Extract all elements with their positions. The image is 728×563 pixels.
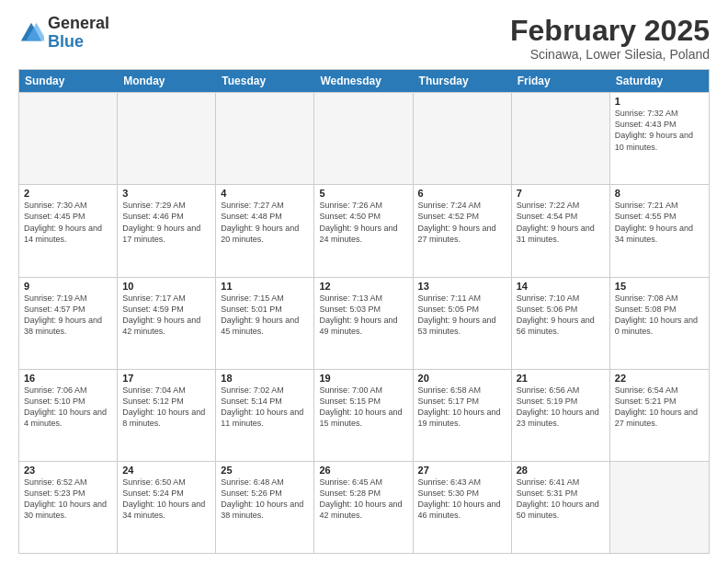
header-day-tuesday: Tuesday	[216, 70, 314, 92]
day-cell-8: 8Sunrise: 7:21 AM Sunset: 4:55 PM Daylig…	[610, 185, 709, 276]
day-number: 28	[517, 465, 605, 476]
day-number: 1	[615, 96, 704, 107]
logo-text: General Blue	[48, 15, 109, 52]
day-cell-19: 19Sunrise: 7:00 AM Sunset: 5:15 PM Dayli…	[314, 370, 413, 461]
day-number: 21	[517, 373, 605, 384]
day-info: Sunrise: 6:56 AM Sunset: 5:19 PM Dayligh…	[517, 385, 605, 430]
calendar-body: 1Sunrise: 7:32 AM Sunset: 4:43 PM Daylig…	[19, 92, 709, 553]
day-info: Sunrise: 7:02 AM Sunset: 5:14 PM Dayligh…	[221, 385, 309, 430]
calendar-row-2: 9Sunrise: 7:19 AM Sunset: 4:57 PM Daylig…	[19, 277, 709, 369]
day-cell-20: 20Sunrise: 6:58 AM Sunset: 5:17 PM Dayli…	[414, 370, 512, 461]
day-number: 26	[319, 465, 407, 476]
day-info: Sunrise: 6:41 AM Sunset: 5:31 PM Dayligh…	[517, 477, 605, 522]
day-info: Sunrise: 7:24 AM Sunset: 4:52 PM Dayligh…	[418, 200, 506, 245]
day-cell-24: 24Sunrise: 6:50 AM Sunset: 5:24 PM Dayli…	[118, 462, 216, 553]
calendar-row-4: 23Sunrise: 6:52 AM Sunset: 5:23 PM Dayli…	[19, 461, 709, 553]
day-number: 5	[319, 188, 407, 199]
calendar-row-3: 16Sunrise: 7:06 AM Sunset: 5:10 PM Dayli…	[19, 369, 709, 461]
day-cell-22: 22Sunrise: 6:54 AM Sunset: 5:21 PM Dayli…	[610, 370, 709, 461]
day-info: Sunrise: 7:22 AM Sunset: 4:54 PM Dayligh…	[517, 200, 605, 245]
empty-cell-0-1	[118, 93, 216, 184]
day-number: 24	[122, 465, 210, 476]
day-info: Sunrise: 7:11 AM Sunset: 5:05 PM Dayligh…	[418, 293, 506, 338]
day-info: Sunrise: 7:19 AM Sunset: 4:57 PM Dayligh…	[24, 293, 112, 338]
day-cell-13: 13Sunrise: 7:11 AM Sunset: 5:05 PM Dayli…	[414, 278, 512, 369]
day-cell-12: 12Sunrise: 7:13 AM Sunset: 5:03 PM Dayli…	[314, 278, 413, 369]
day-cell-11: 11Sunrise: 7:15 AM Sunset: 5:01 PM Dayli…	[216, 278, 314, 369]
day-cell-26: 26Sunrise: 6:45 AM Sunset: 5:28 PM Dayli…	[314, 462, 413, 553]
day-cell-16: 16Sunrise: 7:06 AM Sunset: 5:10 PM Dayli…	[19, 370, 118, 461]
calendar-header: SundayMondayTuesdayWednesdayThursdayFrid…	[19, 70, 709, 92]
day-cell-15: 15Sunrise: 7:08 AM Sunset: 5:08 PM Dayli…	[610, 278, 709, 369]
day-number: 19	[319, 373, 407, 384]
day-number: 27	[418, 465, 506, 476]
day-info: Sunrise: 7:13 AM Sunset: 5:03 PM Dayligh…	[319, 293, 407, 338]
day-info: Sunrise: 6:54 AM Sunset: 5:21 PM Dayligh…	[615, 385, 704, 430]
month-title: February 2025	[510, 15, 710, 47]
logo-blue: Blue	[48, 33, 109, 52]
title-block: February 2025 Scinawa, Lower Silesia, Po…	[510, 15, 710, 62]
day-info: Sunrise: 7:08 AM Sunset: 5:08 PM Dayligh…	[615, 293, 704, 338]
day-info: Sunrise: 7:17 AM Sunset: 4:59 PM Dayligh…	[122, 293, 210, 338]
day-cell-25: 25Sunrise: 6:48 AM Sunset: 5:26 PM Dayli…	[216, 462, 314, 553]
header-day-friday: Friday	[512, 70, 610, 92]
day-number: 9	[24, 281, 112, 292]
day-number: 12	[319, 281, 407, 292]
empty-cell-0-3	[314, 93, 413, 184]
day-info: Sunrise: 7:15 AM Sunset: 5:01 PM Dayligh…	[221, 293, 309, 338]
empty-cell-0-2	[216, 93, 314, 184]
day-info: Sunrise: 6:48 AM Sunset: 5:26 PM Dayligh…	[221, 477, 309, 522]
calendar-row-0: 1Sunrise: 7:32 AM Sunset: 4:43 PM Daylig…	[19, 92, 709, 184]
day-info: Sunrise: 6:43 AM Sunset: 5:30 PM Dayligh…	[418, 477, 506, 522]
day-cell-28: 28Sunrise: 6:41 AM Sunset: 5:31 PM Dayli…	[512, 462, 610, 553]
empty-cell-0-4	[414, 93, 512, 184]
day-info: Sunrise: 7:29 AM Sunset: 4:46 PM Dayligh…	[122, 200, 210, 245]
day-number: 13	[418, 281, 506, 292]
page: General Blue February 2025 Scinawa, Lowe…	[0, 0, 728, 563]
day-number: 22	[615, 373, 704, 384]
day-cell-27: 27Sunrise: 6:43 AM Sunset: 5:30 PM Dayli…	[414, 462, 512, 553]
day-cell-9: 9Sunrise: 7:19 AM Sunset: 4:57 PM Daylig…	[19, 278, 118, 369]
day-info: Sunrise: 6:52 AM Sunset: 5:23 PM Dayligh…	[24, 477, 112, 522]
header-day-sunday: Sunday	[19, 70, 118, 92]
day-info: Sunrise: 7:06 AM Sunset: 5:10 PM Dayligh…	[24, 385, 112, 430]
day-number: 25	[221, 465, 309, 476]
empty-cell-4-6	[610, 462, 709, 553]
day-number: 17	[122, 373, 210, 384]
day-number: 18	[221, 373, 309, 384]
day-cell-18: 18Sunrise: 7:02 AM Sunset: 5:14 PM Dayli…	[216, 370, 314, 461]
day-number: 15	[615, 281, 704, 292]
day-info: Sunrise: 7:04 AM Sunset: 5:12 PM Dayligh…	[122, 385, 210, 430]
day-number: 4	[221, 188, 309, 199]
day-number: 10	[122, 281, 210, 292]
day-info: Sunrise: 7:10 AM Sunset: 5:06 PM Dayligh…	[517, 293, 605, 338]
day-cell-3: 3Sunrise: 7:29 AM Sunset: 4:46 PM Daylig…	[118, 185, 216, 276]
day-info: Sunrise: 6:58 AM Sunset: 5:17 PM Dayligh…	[418, 385, 506, 430]
day-cell-4: 4Sunrise: 7:27 AM Sunset: 4:48 PM Daylig…	[216, 185, 314, 276]
header-day-thursday: Thursday	[414, 70, 512, 92]
header-day-monday: Monday	[118, 70, 216, 92]
calendar-row-1: 2Sunrise: 7:30 AM Sunset: 4:45 PM Daylig…	[19, 184, 709, 276]
day-cell-17: 17Sunrise: 7:04 AM Sunset: 5:12 PM Dayli…	[118, 370, 216, 461]
day-number: 11	[221, 281, 309, 292]
day-number: 6	[418, 188, 506, 199]
empty-cell-0-0	[19, 93, 118, 184]
day-number: 3	[122, 188, 210, 199]
logo: General Blue	[18, 15, 109, 52]
day-info: Sunrise: 6:50 AM Sunset: 5:24 PM Dayligh…	[122, 477, 210, 522]
calendar: SundayMondayTuesdayWednesdayThursdayFrid…	[18, 69, 710, 554]
day-cell-1: 1Sunrise: 7:32 AM Sunset: 4:43 PM Daylig…	[610, 93, 709, 184]
day-cell-2: 2Sunrise: 7:30 AM Sunset: 4:45 PM Daylig…	[19, 185, 118, 276]
day-info: Sunrise: 7:32 AM Sunset: 4:43 PM Dayligh…	[615, 108, 704, 153]
day-cell-23: 23Sunrise: 6:52 AM Sunset: 5:23 PM Dayli…	[19, 462, 118, 553]
day-number: 2	[24, 188, 112, 199]
day-cell-6: 6Sunrise: 7:24 AM Sunset: 4:52 PM Daylig…	[414, 185, 512, 276]
day-cell-5: 5Sunrise: 7:26 AM Sunset: 4:50 PM Daylig…	[314, 185, 413, 276]
day-number: 7	[517, 188, 605, 199]
day-info: Sunrise: 7:26 AM Sunset: 4:50 PM Dayligh…	[319, 200, 407, 245]
day-cell-10: 10Sunrise: 7:17 AM Sunset: 4:59 PM Dayli…	[118, 278, 216, 369]
day-info: Sunrise: 7:27 AM Sunset: 4:48 PM Dayligh…	[221, 200, 309, 245]
day-info: Sunrise: 7:21 AM Sunset: 4:55 PM Dayligh…	[615, 200, 704, 245]
header: General Blue February 2025 Scinawa, Lowe…	[18, 15, 710, 62]
header-day-saturday: Saturday	[610, 70, 709, 92]
